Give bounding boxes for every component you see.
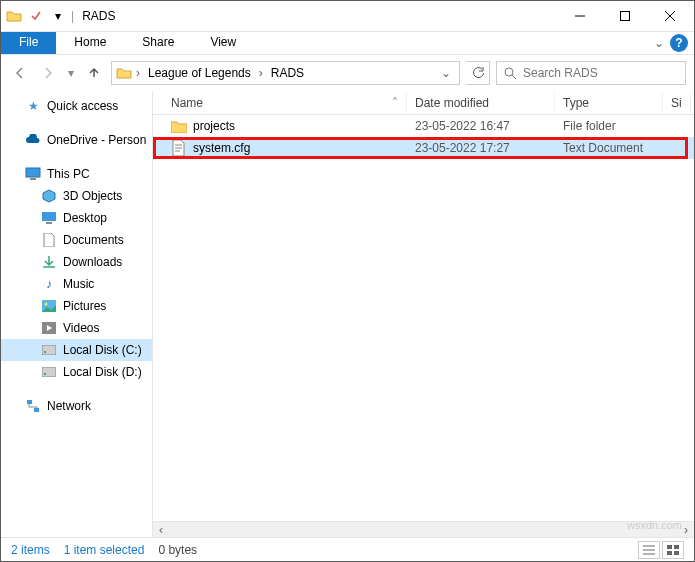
sidebar-item-quick-access[interactable]: ★ Quick access [1,95,152,117]
picture-icon [41,298,57,314]
sidebar-item-local-disk-d[interactable]: Local Disk (D:) [1,361,152,383]
tab-view[interactable]: View [192,32,254,54]
search-placeholder: Search RADS [523,66,598,80]
desktop-icon [41,210,57,226]
column-size[interactable]: Si [663,91,691,114]
sidebar-item-pictures[interactable]: Pictures [1,295,152,317]
cube-icon [41,188,57,204]
chevron-right-icon[interactable]: › [134,66,142,80]
svg-rect-16 [674,545,679,549]
folder-icon [171,118,187,134]
column-name[interactable]: Name˄ [153,91,407,114]
refresh-button[interactable] [466,61,490,85]
address-bar[interactable]: › League of Legends › RADS ⌄ [111,61,460,85]
computer-icon [25,166,41,182]
sidebar-item-3d-objects[interactable]: 3D Objects [1,185,152,207]
close-button[interactable] [647,2,692,30]
search-input[interactable]: Search RADS [496,61,686,85]
file-list: projects 23-05-2022 16:47 File folder sy… [153,115,694,521]
svg-rect-10 [44,351,46,353]
address-dropdown-icon[interactable]: ⌄ [437,62,455,84]
svg-rect-4 [42,212,56,221]
star-icon: ★ [25,98,41,114]
file-row[interactable]: projects 23-05-2022 16:47 File folder [153,115,694,137]
sidebar-item-this-pc[interactable]: This PC [1,163,152,185]
thumbnails-view-button[interactable] [662,541,684,559]
sidebar-item-local-disk-c[interactable]: Local Disk (C:) [1,339,152,361]
sidebar-item-videos[interactable]: Videos [1,317,152,339]
text-file-icon [171,140,187,156]
folder-icon [5,7,23,25]
sidebar-item-music[interactable]: ♪ Music [1,273,152,295]
file-date: 23-05-2022 17:27 [407,141,555,155]
file-menu[interactable]: File [1,32,56,54]
svg-rect-5 [46,222,52,224]
sort-asc-icon: ˄ [392,96,398,110]
video-icon [41,320,57,336]
breadcrumb-current[interactable]: RADS [267,64,308,82]
svg-rect-15 [667,545,672,549]
horizontal-scrollbar[interactable]: ‹ › [153,521,694,537]
status-size: 0 bytes [158,543,197,557]
recent-dropdown-icon[interactable]: ▾ [65,62,77,84]
sidebar-item-label: Local Disk (C:) [63,343,142,357]
file-name: system.cfg [193,141,250,155]
chevron-right-icon[interactable]: › [257,66,265,80]
sidebar-item-downloads[interactable]: Downloads [1,251,152,273]
up-button[interactable] [83,62,105,84]
maximize-button[interactable] [602,2,647,30]
svg-rect-13 [27,400,32,404]
help-icon[interactable]: ? [670,34,688,52]
tab-home[interactable]: Home [56,32,124,54]
sidebar-item-label: 3D Objects [63,189,122,203]
column-date[interactable]: Date modified [407,91,555,114]
ribbon-expand-icon[interactable]: ⌄ [654,36,664,50]
minimize-button[interactable] [557,2,602,30]
qat-properties-icon[interactable] [27,7,45,25]
window-title: RADS [82,9,115,23]
navigation-pane: ★ Quick access OneDrive - Person This PC… [1,91,153,537]
svg-point-7 [45,303,48,306]
sidebar-item-label: Videos [63,321,99,335]
sidebar-item-label: Local Disk (D:) [63,365,142,379]
svg-rect-11 [42,367,56,377]
svg-rect-9 [42,345,56,355]
folder-icon [116,65,132,81]
music-icon: ♪ [41,276,57,292]
svg-rect-3 [30,178,36,180]
status-item-count: 2 items [11,543,50,557]
svg-rect-14 [34,408,39,412]
qat-dropdown-icon[interactable]: ▾ [49,7,67,25]
column-headers: Name˄ Date modified Type Si [153,91,694,115]
download-icon [41,254,57,270]
sidebar-item-label: Music [63,277,94,291]
forward-button[interactable] [37,62,59,84]
sidebar-item-desktop[interactable]: Desktop [1,207,152,229]
back-button[interactable] [9,62,31,84]
file-type: File folder [555,119,663,133]
svg-rect-18 [674,551,679,555]
drive-icon [41,364,57,380]
details-view-button[interactable] [638,541,660,559]
sidebar-item-label: Downloads [63,255,122,269]
tab-share[interactable]: Share [124,32,192,54]
file-row[interactable]: system.cfg 23-05-2022 17:27 Text Documen… [153,137,694,159]
sidebar-item-label: OneDrive - Person [47,133,146,147]
sidebar-item-label: Documents [63,233,124,247]
file-type: Text Document [555,141,663,155]
svg-rect-12 [44,373,46,375]
sidebar-item-onedrive[interactable]: OneDrive - Person [1,129,152,151]
title-separator: | [71,9,74,23]
breadcrumb-parent[interactable]: League of Legends [144,64,255,82]
status-selected-count: 1 item selected [64,543,145,557]
sidebar-item-network[interactable]: Network [1,395,152,417]
sidebar-item-label: Desktop [63,211,107,225]
column-type[interactable]: Type [555,91,663,114]
svg-rect-17 [667,551,672,555]
svg-rect-2 [26,168,40,177]
sidebar-item-documents[interactable]: Documents [1,229,152,251]
status-bar: 2 items 1 item selected 0 bytes [1,537,694,561]
scroll-left-icon[interactable]: ‹ [153,522,169,537]
svg-point-1 [505,68,513,76]
watermark: wsxdn.com [627,519,682,531]
